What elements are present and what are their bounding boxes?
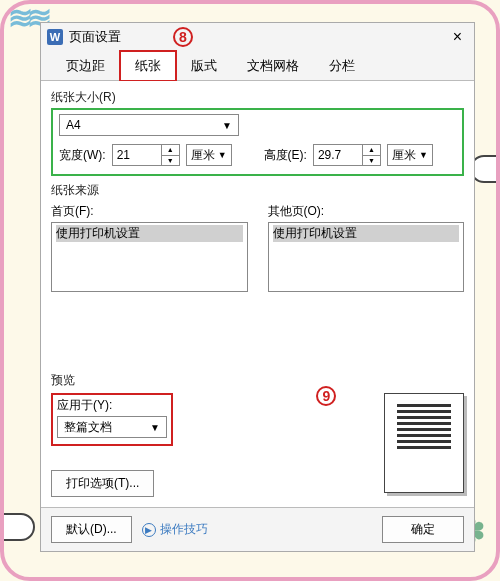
decorative-cloud <box>0 513 35 541</box>
apply-to-label: 应用于(Y): <box>57 397 167 414</box>
dialog-title: 页面设置 <box>69 28 447 46</box>
ok-button[interactable]: 确定 <box>382 516 464 543</box>
dialog-body: 纸张大小(R) A4 ▼ 宽度(W): ▲ ▼ 厘米▼ 高 <box>41 81 474 507</box>
tab-bar: 页边距 纸张 版式 文档网格 分栏 <box>41 51 474 81</box>
other-pages-label: 其他页(O): <box>268 203 465 220</box>
tab-columns[interactable]: 分栏 <box>314 51 370 80</box>
page-preview <box>384 393 464 493</box>
tips-label: 操作技巧 <box>160 521 208 538</box>
tab-margins[interactable]: 页边距 <box>51 51 120 80</box>
chevron-down-icon: ▼ <box>419 150 428 160</box>
chevron-down-icon: ▼ <box>150 422 160 433</box>
paper-source-label: 纸张来源 <box>51 182 464 199</box>
first-page-label: 首页(F): <box>51 203 248 220</box>
preview-label: 预览 <box>51 372 464 389</box>
default-button[interactable]: 默认(D)... <box>51 516 132 543</box>
other-pages-listbox[interactable]: 使用打印机设置 <box>268 222 465 292</box>
tab-paper[interactable]: 纸张 <box>120 51 176 81</box>
app-icon: W <box>47 29 63 45</box>
tab-grid[interactable]: 文档网格 <box>232 51 314 80</box>
dialog-footer: 默认(D)... ▶ 操作技巧 确定 <box>41 507 474 551</box>
first-page-value[interactable]: 使用打印机设置 <box>56 225 243 242</box>
width-unit-select[interactable]: 厘米▼ <box>186 144 232 166</box>
chevron-down-icon: ▼ <box>218 150 227 160</box>
first-page-listbox[interactable]: 使用打印机设置 <box>51 222 248 292</box>
highlight-apply-to: 应用于(Y): 整篇文档 ▼ <box>51 393 173 446</box>
width-field[interactable] <box>113 145 161 165</box>
print-options-button[interactable]: 打印选项(T)... <box>51 470 154 497</box>
paper-size-value: A4 <box>66 118 81 132</box>
titlebar: W 页面设置 × <box>41 23 474 51</box>
spin-down-icon[interactable]: ▼ <box>162 156 179 166</box>
other-pages-value[interactable]: 使用打印机设置 <box>273 225 460 242</box>
spin-up-icon[interactable]: ▲ <box>363 145 380 156</box>
apply-to-value: 整篇文档 <box>64 419 112 436</box>
apply-to-select[interactable]: 整篇文档 ▼ <box>57 416 167 438</box>
width-input[interactable]: ▲ ▼ <box>112 144 180 166</box>
play-icon: ▶ <box>142 523 156 537</box>
tips-link[interactable]: ▶ 操作技巧 <box>142 521 208 538</box>
highlight-paper-size: A4 ▼ 宽度(W): ▲ ▼ 厘米▼ 高度(E): <box>51 108 464 176</box>
width-label: 宽度(W): <box>59 147 106 164</box>
chevron-down-icon: ▼ <box>222 120 232 131</box>
height-label: 高度(E): <box>264 147 307 164</box>
spin-up-icon[interactable]: ▲ <box>162 145 179 156</box>
spin-down-icon[interactable]: ▼ <box>363 156 380 166</box>
close-button[interactable]: × <box>447 28 468 46</box>
paper-size-label: 纸张大小(R) <box>51 89 464 106</box>
height-input[interactable]: ▲ ▼ <box>313 144 381 166</box>
tab-layout[interactable]: 版式 <box>176 51 232 80</box>
page-setup-dialog: W 页面设置 × 8 页边距 纸张 版式 文档网格 分栏 纸张大小(R) A4 … <box>40 22 475 552</box>
height-unit-select[interactable]: 厘米▼ <box>387 144 433 166</box>
height-field[interactable] <box>314 145 362 165</box>
paper-size-select[interactable]: A4 ▼ <box>59 114 239 136</box>
